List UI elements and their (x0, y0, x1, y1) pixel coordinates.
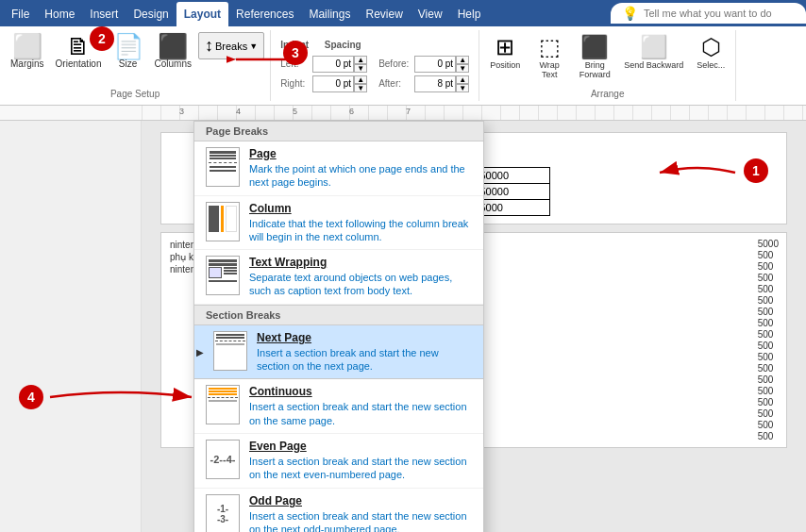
margins-button[interactable]: ⬜ Margins (6, 32, 49, 71)
position-button[interactable]: ⊞ Position (485, 32, 525, 72)
section-breaks-header: Section Breaks (194, 305, 483, 325)
tab-help[interactable]: Help (450, 2, 489, 26)
breaks-button[interactable]: ↕ Breaks ▼ (198, 32, 264, 59)
dropdown-item-page[interactable]: Page Mark the point at which one page en… (194, 141, 483, 196)
column-item-text: Column Indicate that the text following … (249, 202, 472, 244)
indent-left-up[interactable]: ▲ (354, 56, 367, 64)
ribbon: File Home Insert Design Layout Reference… (0, 0, 806, 106)
arrange-label: Arrange (485, 89, 730, 99)
odd-page-icon: -1- -3- (206, 494, 240, 532)
dropdown-item-even-page[interactable]: -2--4- Even Page Insert a section break … (194, 434, 483, 489)
dropdown-item-odd-page[interactable]: -1- -3- Odd Page Insert a section break … (194, 489, 483, 532)
tab-layout[interactable]: Layout (176, 2, 228, 26)
lightbulb-icon: 💡 (622, 6, 638, 21)
column-icon (206, 202, 240, 241)
text-wrap-icon (206, 256, 240, 295)
left-sidebar (0, 121, 142, 532)
tab-review[interactable]: Review (358, 2, 410, 26)
tab-view[interactable]: View (411, 2, 450, 26)
odd-page-item-text: Odd Page Insert a section break and star… (249, 494, 472, 532)
page-setup-group: ⬜ Margins 🗎 Orientation 📄 Size ⬛ Columns (0, 30, 271, 101)
tab-insert[interactable]: Insert (82, 2, 126, 26)
annotation-4: 4 (19, 385, 43, 409)
page-setup-label: Page Setup (6, 89, 264, 99)
tab-references[interactable]: References (228, 2, 301, 26)
text-wrap-item-text: Text Wrapping Separate text around objec… (249, 256, 472, 298)
main-area: 50000 50000 5000 nintendo switch giá phụ… (0, 121, 806, 532)
annotation-1: 1 (744, 158, 768, 183)
select-button[interactable]: ⬡ Selec... (692, 32, 730, 72)
indent-left-input[interactable] (312, 56, 354, 73)
dropdown-item-continuous[interactable]: Continuous Insert a section break and st… (194, 379, 483, 434)
dropdown-item-next-page[interactable]: ▶ Next Page Insert a section break and s… (194, 325, 483, 380)
indent-spacing-group: Indent Spacing Left: ▲ ▼ (271, 30, 479, 101)
spacing-after-down[interactable]: ▼ (456, 84, 469, 92)
columns-button[interactable]: ⬛ Columns (150, 32, 196, 71)
even-page-item-text: Even Page Insert a section break and sta… (249, 440, 472, 482)
continuous-item-text: Continuous Insert a section break and st… (249, 385, 472, 427)
annotation-2: 2 (90, 26, 114, 51)
next-page-icon (213, 331, 247, 371)
page-breaks-header: Page Breaks (194, 122, 483, 141)
spacing-after-up[interactable]: ▲ (456, 75, 469, 84)
breaks-dropdown: Page Breaks Page Mark the point at which… (193, 121, 484, 532)
spacing-before-down[interactable]: ▼ (456, 64, 469, 73)
page-icon (206, 147, 240, 187)
tab-mailings[interactable]: Mailings (301, 2, 358, 26)
tab-file[interactable]: File (4, 2, 37, 26)
send-backward-button[interactable]: ⬜ Send Backward (619, 32, 688, 72)
ruler: 3 4 5 6 7 (0, 106, 806, 121)
spacing-before-input[interactable] (414, 56, 456, 73)
even-page-icon: -2--4- (206, 440, 240, 479)
selected-arrow-icon: ▶ (196, 347, 204, 357)
spacing-after-input[interactable] (414, 75, 456, 92)
tab-design[interactable]: Design (126, 2, 176, 26)
next-page-item-text: Next Page Insert a section break and sta… (257, 331, 472, 374)
tab-home[interactable]: Home (37, 2, 82, 26)
page-item-text: Page Mark the point at which one page en… (249, 147, 472, 190)
ribbon-bar: ⬜ Margins 🗎 Orientation 📄 Size ⬛ Columns (0, 26, 806, 106)
annotation-3: 3 (283, 41, 308, 65)
indent-left-down[interactable]: ▼ (354, 64, 367, 73)
tellme-bar: 💡 (611, 3, 806, 24)
bring-forward-button[interactable]: ⬛ Bring Forward (574, 32, 615, 81)
continuous-icon (206, 385, 240, 424)
tellme-input[interactable] (644, 8, 795, 19)
dropdown-item-column[interactable]: Column Indicate that the text following … (194, 196, 483, 251)
indent-right-down[interactable]: ▼ (354, 84, 367, 92)
indent-right-input[interactable] (312, 75, 354, 92)
arrange-group: ⊞ Position ⬚ Wrap Text ⬛ Bring Forward ⬜… (479, 30, 736, 101)
ribbon-tabs-row: File Home Insert Design Layout Reference… (0, 0, 806, 26)
wrap-text-button[interactable]: ⬚ Wrap Text (529, 32, 570, 81)
spacing-before-up[interactable]: ▲ (456, 56, 469, 64)
indent-right-up[interactable]: ▲ (354, 75, 367, 84)
dropdown-item-text-wrapping[interactable]: Text Wrapping Separate text around objec… (194, 250, 483, 305)
